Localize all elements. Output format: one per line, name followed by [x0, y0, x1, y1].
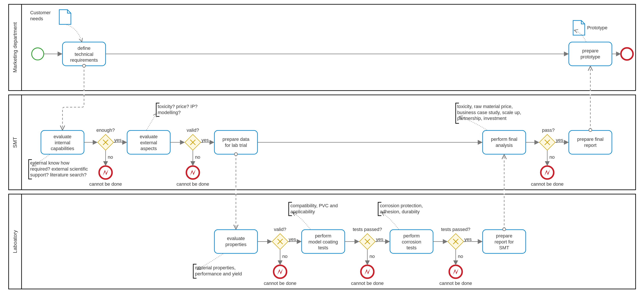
- end-event: [621, 48, 633, 60]
- task-frep: [569, 130, 612, 154]
- task-define: [62, 42, 106, 66]
- document-icon: [573, 21, 585, 35]
- task-corr: [390, 230, 433, 253]
- lane-label-smt: SMT: [8, 95, 22, 190]
- task-labrep: [482, 230, 526, 253]
- start-event: [32, 48, 44, 60]
- task-proto: [569, 42, 612, 66]
- lane-label-laboratory: Laboatory: [8, 194, 22, 289]
- task-prop: [214, 230, 258, 253]
- task-coat: [302, 230, 345, 253]
- task-intcap: [41, 130, 84, 154]
- task-ext: [127, 130, 170, 154]
- bpmn-diagram: Marketing department SMT Laboatory defin…: [0, 0, 644, 292]
- tasks: [41, 42, 612, 253]
- document-icon: [59, 10, 71, 24]
- diagram-svg: [0, 0, 644, 292]
- task-final: [482, 130, 526, 154]
- task-data: [214, 130, 258, 154]
- error-events: [99, 166, 554, 278]
- lane-label-marketing: Marketing department: [8, 4, 22, 91]
- data-objects: [59, 10, 585, 35]
